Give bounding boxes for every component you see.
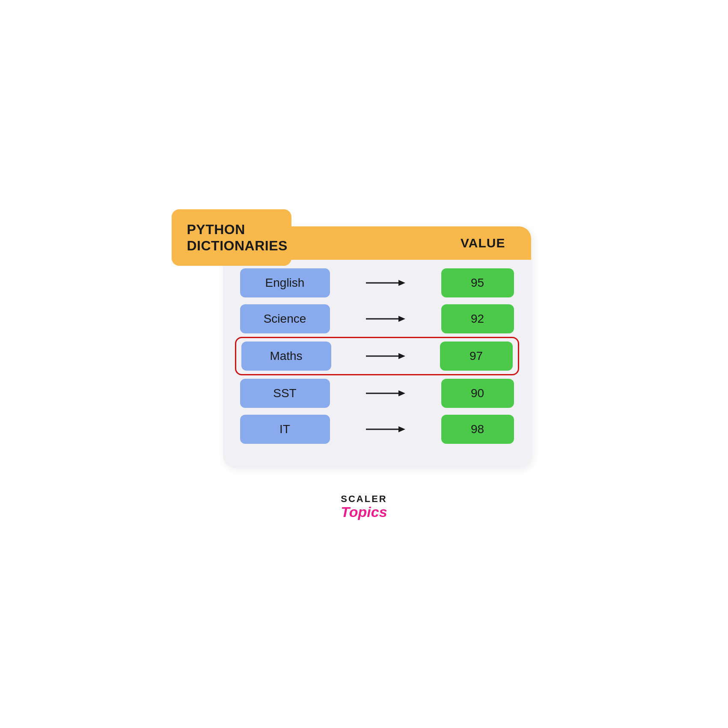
svg-marker-9 — [398, 426, 405, 432]
title-text: PYTHON DICTIONARIES — [187, 221, 276, 254]
svg-marker-7 — [398, 390, 405, 396]
svg-marker-3 — [398, 316, 405, 322]
dict-row-2: Maths 97 — [235, 337, 519, 375]
dict-row-1: Science 92 — [240, 304, 514, 333]
dict-row-inner-1: Science 92 — [240, 304, 514, 333]
svg-marker-5 — [398, 353, 405, 359]
brand: SCALER Topics — [341, 493, 387, 519]
brand-scaler: SCALER — [341, 493, 387, 505]
title-line2: DICTIONARIES — [187, 238, 288, 253]
title-badge: PYTHON DICTIONARIES — [172, 209, 291, 266]
main-container: PYTHON DICTIONARIES KEYS VALUE English 9… — [172, 209, 557, 468]
brand-topics: Topics — [341, 505, 387, 519]
dict-rows: English 95Science 92Maths 97SST 90IT 98 — [223, 260, 531, 452]
dict-row-4: IT 98 — [240, 415, 514, 444]
key-box-4: IT — [240, 415, 330, 444]
value-box-1: 92 — [441, 304, 514, 333]
key-box-1: Science — [240, 304, 330, 333]
dict-row-3: SST 90 — [240, 379, 514, 408]
dict-row-inner-4: IT 98 — [240, 415, 514, 444]
value-box-3: 90 — [441, 379, 514, 408]
dict-row-inner-0: English 95 — [240, 268, 514, 297]
key-box-2: Maths — [241, 342, 331, 371]
arrow-4 — [330, 423, 441, 436]
key-box-0: English — [240, 268, 330, 297]
value-box-0: 95 — [441, 268, 514, 297]
header-value-label: VALUE — [461, 236, 505, 250]
dict-row-0: English 95 — [240, 268, 514, 297]
arrow-0 — [330, 276, 441, 289]
svg-marker-1 — [398, 280, 405, 286]
value-box-2: 97 — [440, 342, 513, 371]
key-box-3: SST — [240, 379, 330, 408]
arrow-2 — [331, 350, 440, 363]
arrow-3 — [330, 387, 441, 400]
title-line1: PYTHON — [187, 222, 245, 237]
value-box-4: 98 — [441, 415, 514, 444]
arrow-1 — [330, 312, 441, 325]
dict-row-inner-3: SST 90 — [240, 379, 514, 408]
dict-row-inner-2: Maths 97 — [241, 342, 513, 371]
